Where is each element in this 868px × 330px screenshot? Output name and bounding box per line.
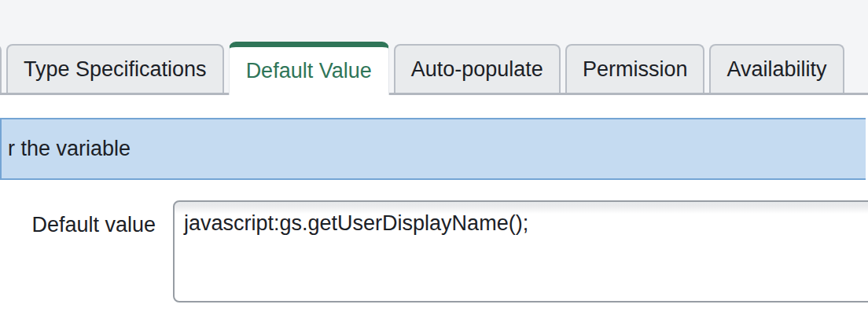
tab-list: Type Specifications Default Value Auto-p…	[0, 42, 844, 93]
tab-label: Default Value	[246, 59, 372, 83]
tab-auto-populate[interactable]: Auto-populate	[394, 44, 561, 93]
tab-default-value[interactable]: Default Value	[229, 42, 389, 95]
tab-strip-baseline	[0, 93, 868, 95]
tab-strip: Type Specifications Default Value Auto-p…	[0, 0, 868, 95]
tab-label: Permission	[583, 57, 688, 82]
tab-permission[interactable]: Permission	[565, 44, 705, 93]
tab-label: Type Specifications	[24, 57, 207, 82]
tab-label: Auto-populate	[411, 57, 543, 82]
info-message-bar: r the variable	[0, 118, 866, 180]
default-value-label: Default value	[0, 211, 156, 239]
tab-availability[interactable]: Availability	[709, 44, 844, 93]
tab-type-specifications[interactable]: Type Specifications	[6, 44, 224, 93]
tab-label: Availability	[726, 57, 826, 82]
info-message-text: r the variable	[8, 137, 131, 161]
default-value-textarea[interactable]: javascript:gs.getUserDisplayName();	[173, 200, 868, 302]
tab-partial-left[interactable]	[0, 44, 2, 93]
